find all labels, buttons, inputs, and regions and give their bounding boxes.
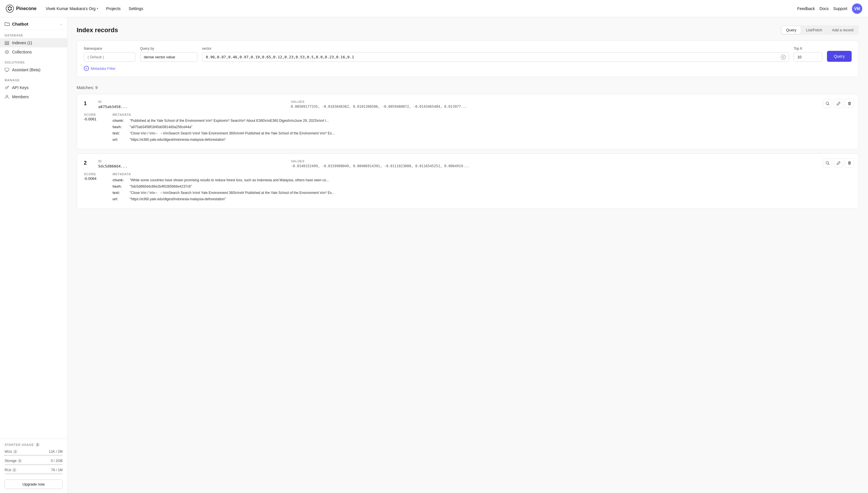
matches-count: Matches: 9 [77, 85, 859, 90]
sidebar-item-collections[interactable]: Collections [0, 47, 67, 57]
topnav-right: Feedback Docs Support VM [797, 3, 862, 14]
main-nav: Projects Settings [103, 5, 147, 13]
starter-usage: STARTER USAGE i WUs i 11K / 2M Storage i… [0, 438, 67, 493]
meta-hash-val: "a875ab3458f1845dd3814d0a256cd44a" [130, 124, 192, 130]
svg-point-16 [5, 50, 8, 54]
record-id-section: ID a875ab3458... [98, 100, 285, 109]
svg-point-20 [6, 95, 8, 97]
record-delete-button[interactable] [845, 158, 854, 168]
meta-text-row: text: "Close \n\n / \n\n← →\n\nSearch Se… [113, 190, 852, 195]
record-values-val: -0.0140152499, -0.0159908049, 0.00406914… [291, 164, 852, 168]
sidebar-item-api-keys[interactable]: API Keys [0, 83, 67, 92]
record-id-val: 5dc5d860d4... [98, 164, 285, 168]
query-button[interactable]: Query [827, 51, 852, 62]
docs-link[interactable]: Docs [820, 6, 829, 11]
meta-text-key: text: [113, 190, 130, 195]
vector-label: vector [202, 46, 789, 50]
ru-row: RUs i 76 / 1M [5, 468, 63, 472]
meta-hash-key: hash: [113, 124, 130, 130]
namespace-input[interactable] [84, 52, 136, 62]
queryby-label: Query by [140, 46, 198, 50]
record-search-button[interactable] [823, 99, 832, 108]
index-title[interactable]: Chatbot [5, 21, 28, 26]
support-link[interactable]: Support [833, 6, 847, 11]
tab-list-fetch[interactable]: List/Fetch [801, 26, 827, 34]
record-card: 2 ID 5dc5d860d4... VALUES -0.0140152499,… [77, 153, 859, 209]
logo[interactable]: Pinecone [6, 5, 37, 13]
wu-label: WUs [5, 450, 12, 454]
record-edit-button[interactable] [834, 158, 843, 168]
svg-rect-18 [5, 68, 9, 71]
queryby-select[interactable]: dense vector value sparse vector value r… [140, 52, 198, 62]
storage-label: Storage [5, 459, 17, 463]
id-col-label: ID [98, 159, 285, 163]
sidebar-item-assistant[interactable]: Assistant (Beta) [0, 65, 67, 74]
meta-chunk-val: "Published at the Yale School of the Env… [130, 118, 329, 123]
vector-clear-icon[interactable] [778, 55, 789, 60]
topk-input[interactable] [794, 52, 822, 62]
main-content: Index records Query List/Fetch Add a rec… [67, 17, 868, 493]
values-col-label: VALUES [291, 159, 852, 163]
record-values-section: VALUES -0.0140152499, -0.0159908049, 0.0… [291, 159, 852, 168]
sidebar-item-members[interactable]: Members [0, 92, 67, 102]
namespace-field: Namespace [84, 46, 136, 62]
record-card: 1 ID a875ab3458... VALUES 0.00509177335,… [77, 94, 859, 149]
meta-hash-val: "5dc5d860d4c86e2b4f0285666e4237c6" [130, 184, 192, 189]
meta-hash-row: hash: "5dc5d860d4c86e2b4f0285666e4237c6" [113, 184, 852, 189]
svg-rect-13 [5, 41, 9, 42]
storage-bar [5, 464, 63, 465]
record-search-button[interactable] [823, 158, 832, 168]
edit-icon [837, 102, 841, 106]
logo-text: Pinecone [16, 6, 37, 11]
sidebar-item-indexes[interactable]: Indexes (1) [0, 38, 67, 47]
svg-point-0 [6, 5, 14, 12]
storage-info-icon[interactable]: i [18, 459, 22, 463]
org-switcher[interactable]: Vivek Kumar Maskara's Org ▾ [43, 5, 100, 12]
wu-row: WUs i 11K / 2M [5, 450, 63, 454]
sidebar-chevron-icon[interactable]: ⌄ [60, 22, 63, 26]
score-section: SCORE -0.0061 [84, 113, 98, 121]
ru-info-icon[interactable]: i [12, 468, 16, 472]
storage-value: 0 / 2GB [51, 459, 63, 463]
edit-icon [837, 161, 841, 165]
tab-query[interactable]: Query [782, 26, 801, 34]
starter-usage-info-icon[interactable]: i [36, 443, 40, 447]
values-col-label: VALUES [291, 100, 852, 103]
ru-value: 76 / 1M [51, 468, 63, 472]
record-delete-button[interactable] [845, 99, 854, 108]
meta-chunk-row: chunk: "Published at the Yale School of … [113, 118, 852, 123]
nav-projects[interactable]: Projects [103, 5, 124, 13]
meta-chunk-key: chunk: [113, 177, 130, 183]
meta-text-val: "Close \n\n / \n\n← →\n\nSearch Search \… [130, 131, 335, 136]
avatar[interactable]: VM [852, 3, 862, 14]
metadata-filter[interactable]: + Metadata Filter [84, 66, 852, 71]
vector-input[interactable] [202, 52, 778, 62]
feedback-link[interactable]: Feedback [797, 6, 815, 11]
sidebar-header: Chatbot ⌄ [0, 17, 67, 29]
nav-settings[interactable]: Settings [125, 5, 147, 13]
wu-value: 11K / 2M [49, 450, 63, 454]
search-icon [825, 102, 830, 106]
meta-url-val: "https://e360.yale.edu/digest/indonesia-… [130, 196, 226, 202]
score-val: -0.0064 [84, 176, 98, 181]
score-label: SCORE [84, 113, 98, 116]
tab-add-record[interactable]: Add a record [827, 26, 858, 34]
org-chevron-icon: ▾ [97, 7, 98, 10]
score-section: SCORE -0.0064 [84, 172, 98, 181]
org-name: Vivek Kumar Maskara's Org [46, 6, 96, 11]
wu-info-icon[interactable]: i [13, 450, 17, 454]
wu-bar [5, 455, 63, 456]
api-keys-icon [5, 85, 9, 90]
delete-icon [847, 102, 852, 106]
meta-url-row: url: "https://e360.yale.edu/digest/indon… [113, 196, 852, 202]
meta-chunk-val: "While some countries have shown promisi… [130, 177, 329, 183]
meta-chunk-row: chunk: "While some countries have shown … [113, 177, 852, 183]
layout: Chatbot ⌄ DATABASE Indexes (1) Collectio… [0, 17, 868, 493]
meta-url-key: url: [113, 137, 130, 142]
record-rank: 2 [84, 160, 98, 166]
upgrade-button[interactable]: Upgrade now [5, 479, 63, 489]
manage-label: MANAGE [0, 74, 67, 83]
page-header: Index records Query List/Fetch Add a rec… [77, 25, 859, 35]
record-edit-button[interactable] [834, 99, 843, 108]
meta-text-val: "Close \n\n / \n\n← →\n\nSearch Search \… [130, 190, 335, 195]
